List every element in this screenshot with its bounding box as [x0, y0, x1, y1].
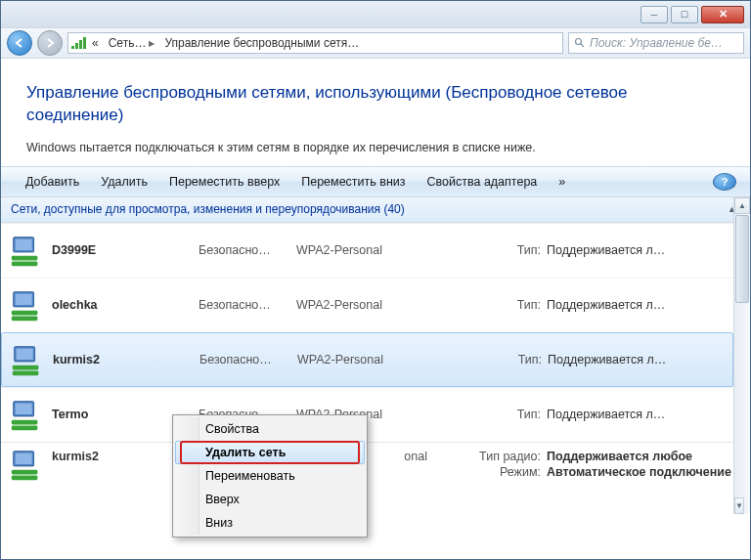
context-rename[interactable]: Переименовать	[175, 464, 365, 488]
svg-rect-19	[16, 452, 32, 463]
svg-rect-11	[17, 348, 33, 359]
toolbar-adapter-properties[interactable]: Свойства адаптера	[417, 175, 549, 189]
context-menu-icon-column	[175, 417, 199, 535]
titlebar: ─ ☐ ✕	[1, 1, 750, 27]
toolbar-add[interactable]: Добавить	[15, 175, 90, 189]
type-label: Тип:	[492, 243, 541, 257]
network-profile-icon	[1, 232, 52, 269]
wireless-signal-icon	[71, 37, 87, 49]
svg-rect-7	[16, 294, 32, 305]
network-row-selected[interactable]: kurmis2 Безопасно… WPA2-Personal Тип: По…	[1, 332, 733, 387]
page-description: Windows пытается подключаться к этим сет…	[26, 141, 725, 154]
svg-rect-21	[12, 475, 38, 480]
context-delete-network[interactable]: Удалить сеть	[175, 441, 365, 464]
scrollbar[interactable]: ▲ ▼	[733, 197, 750, 514]
toolbar-remove[interactable]: Удалить	[90, 175, 158, 189]
type-value: Поддерживается л…	[542, 353, 732, 366]
breadcrumb-chevron[interactable]: «	[87, 33, 104, 53]
back-button[interactable]	[7, 30, 32, 56]
radio-type-value: Поддерживается любое	[541, 450, 692, 463]
back-arrow-icon	[14, 37, 25, 49]
context-move-up[interactable]: Вверх	[175, 488, 365, 511]
encryption-value: WPA2-Personal	[296, 243, 492, 257]
security-label: Безопасно…	[199, 243, 296, 257]
minimize-button[interactable]: ─	[641, 6, 668, 23]
content-header: Управление беспроводными сетями, использ…	[1, 59, 750, 166]
close-button[interactable]: ✕	[701, 6, 744, 23]
network-profile-icon	[1, 286, 52, 323]
context-properties[interactable]: Свойства	[175, 417, 365, 441]
svg-rect-5	[12, 262, 38, 267]
svg-rect-15	[16, 404, 32, 414]
svg-rect-16	[12, 420, 38, 425]
forward-arrow-icon	[44, 37, 56, 49]
scroll-thumb[interactable]	[735, 215, 749, 303]
scroll-up-button[interactable]: ▲	[734, 197, 750, 214]
svg-rect-13	[13, 370, 39, 375]
security-label: Безопасно…	[199, 298, 296, 312]
network-name: D3999E	[52, 243, 199, 257]
svg-rect-4	[12, 256, 38, 261]
network-name: kurmis2	[53, 353, 199, 366]
svg-rect-17	[12, 426, 38, 431]
search-input[interactable]: Поиск: Управление бе…	[568, 32, 744, 54]
toolbar-move-up[interactable]: Переместить вверх	[158, 175, 290, 189]
toolbar-move-down[interactable]: Переместить вниз	[290, 175, 416, 189]
maximize-button[interactable]: ☐	[671, 6, 698, 23]
network-profile-icon	[1, 396, 52, 433]
address-bar[interactable]: « Сеть…▶ Управление беспроводными сетя…	[67, 32, 563, 54]
network-row[interactable]: D3999E Безопасно… WPA2-Personal Тип: Под…	[1, 223, 733, 278]
forward-button[interactable]	[37, 30, 63, 56]
network-name: olechka	[52, 298, 199, 312]
nav-bar: « Сеть…▶ Управление беспроводными сетя… …	[1, 27, 750, 59]
svg-line-1	[581, 44, 584, 47]
mode-value: Автоматическое подключение	[541, 465, 731, 479]
svg-rect-8	[12, 311, 38, 316]
svg-rect-9	[12, 317, 38, 322]
type-label: Тип:	[493, 353, 542, 366]
type-value: Поддерживается л…	[541, 408, 733, 421]
security-label: Безопасно…	[199, 353, 297, 366]
network-row[interactable]: olechka Безопасно… WPA2-Personal Тип: По…	[1, 278, 733, 332]
network-profile-icon	[2, 341, 53, 378]
network-profile-icon	[1, 446, 52, 483]
svg-point-0	[576, 39, 582, 45]
search-placeholder: Поиск: Управление бе…	[590, 36, 723, 50]
page-title: Управление беспроводными сетями, использ…	[26, 82, 725, 127]
type-label: Тип:	[492, 408, 541, 421]
search-icon	[574, 37, 586, 49]
radio-type-label: Тип радио:	[453, 450, 541, 463]
encryption-value: WPA2-Personal	[297, 353, 493, 366]
network-list-container: D3999E Безопасно… WPA2-Personal Тип: Под…	[1, 223, 750, 514]
svg-rect-3	[16, 239, 32, 250]
toolbar-overflow[interactable]: »	[548, 175, 576, 189]
category-bar: Сети, доступные для просмотра, изменения…	[1, 197, 750, 223]
toolbar: Добавить Удалить Переместить вверх Перем…	[1, 166, 750, 197]
scroll-down-button[interactable]: ▼	[734, 497, 744, 514]
type-value: Поддерживается л…	[541, 243, 733, 257]
explorer-window: ─ ☐ ✕ « Сеть…▶ Управление беспроводными …	[0, 0, 751, 560]
context-menu: Свойства Удалить сеть Переименовать Ввер…	[172, 414, 368, 538]
type-value: Поддерживается л…	[541, 298, 733, 312]
category-label: Сети, доступные для просмотра, изменения…	[11, 202, 405, 216]
svg-rect-12	[13, 366, 39, 370]
encryption-value: WPA2-Personal	[296, 298, 492, 312]
type-label: Тип:	[492, 298, 541, 312]
breadcrumb-wireless-management[interactable]: Управление беспроводными сетя…	[159, 33, 364, 53]
context-move-down[interactable]: Вниз	[175, 511, 365, 535]
help-button[interactable]: ?	[713, 173, 736, 191]
svg-rect-20	[12, 470, 38, 475]
breadcrumb-network[interactable]: Сеть…▶	[104, 33, 160, 53]
